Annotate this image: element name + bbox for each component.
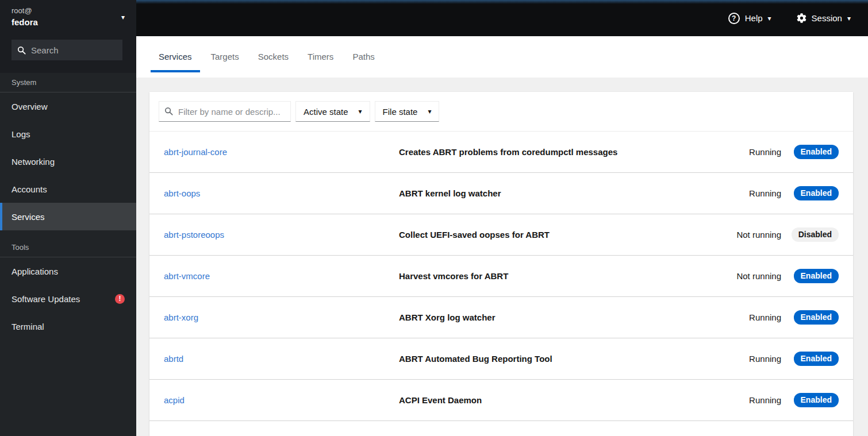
- service-description: ACPI Event Daemon: [399, 395, 695, 405]
- service-file-state-cell: Enabled: [792, 269, 839, 283]
- main-area: ? Help ▾ Session ▾ ServicesTargetsSocket…: [136, 0, 868, 436]
- service-active-state: Running: [695, 312, 781, 322]
- chevron-down-icon: ▾: [359, 108, 362, 115]
- table-row[interactable]: abrt-oopsABRT kernel log watcherRunningE…: [149, 173, 853, 214]
- chevron-down-icon: ▾: [768, 15, 771, 22]
- service-active-state: Running: [695, 395, 781, 405]
- service-link[interactable]: abrt-vmcore: [164, 271, 399, 281]
- tab-paths[interactable]: Paths: [344, 41, 382, 72]
- host-switcher[interactable]: root@ fedora ▾: [0, 0, 136, 29]
- service-file-state-cell: Enabled: [792, 310, 839, 324]
- tab-label: Paths: [352, 52, 374, 61]
- active-state-label: Active state: [304, 107, 348, 117]
- sidebar-item-accounts[interactable]: Accounts: [0, 175, 136, 203]
- service-file-state-cell: Enabled: [792, 186, 839, 200]
- sidebar-item-label: Networking: [11, 157, 55, 167]
- service-link[interactable]: abrt-pstoreoops: [164, 230, 399, 240]
- sidebar-item-label: Accounts: [11, 184, 47, 194]
- tab-label: Timers: [308, 52, 333, 61]
- search-input[interactable]: [11, 40, 122, 60]
- service-active-state: Running: [695, 188, 781, 198]
- search-icon: [17, 46, 26, 55]
- sidebar-item-label: Logs: [11, 129, 30, 139]
- sidebar-item-logs[interactable]: Logs: [0, 120, 136, 148]
- help-icon-glyph: ?: [732, 14, 736, 22]
- sidebar-item-applications[interactable]: Applications: [0, 257, 136, 285]
- host-name: fedora: [11, 16, 38, 29]
- app: root@ fedora ▾ SystemOverviewLogsNetwork…: [0, 0, 868, 436]
- sidebar-item-networking[interactable]: Networking: [0, 148, 136, 175]
- sidebar-item-label: Applications: [11, 267, 58, 276]
- tab-label: Services: [159, 52, 192, 61]
- chevron-down-icon: ▾: [847, 15, 851, 22]
- sidebar-search: [11, 40, 122, 60]
- services-card: Active state ▾ File state ▾ abrt-journal…: [149, 92, 853, 436]
- table-row[interactable]: abrt-xorgABRT Xorg log watcherRunningEna…: [149, 297, 853, 338]
- sidebar-item-label: Overview: [11, 102, 48, 111]
- service-file-state-badge: Enabled: [794, 145, 839, 159]
- content-area: Active state ▾ File state ▾ abrt-journal…: [136, 78, 868, 436]
- file-state-select[interactable]: File state ▾: [375, 101, 440, 122]
- tab-services[interactable]: Services: [151, 41, 200, 72]
- session-menu[interactable]: Session ▾: [797, 13, 851, 23]
- services-table: abrt-journal-coreCreates ABRT problems f…: [149, 132, 853, 421]
- tab-bar: ServicesTargetsSocketsTimersPaths: [136, 36, 868, 78]
- tab-label: Sockets: [258, 52, 289, 61]
- sidebar-item-software-updates[interactable]: Software Updates!: [0, 285, 136, 312]
- service-file-state-cell: Enabled: [792, 145, 839, 159]
- service-description: ABRT kernel log watcher: [399, 188, 695, 198]
- sidebar-header: root@ fedora ▾: [0, 0, 136, 73]
- service-file-state-cell: Disabled: [792, 227, 839, 241]
- sidebar-item-overview[interactable]: Overview: [0, 92, 136, 120]
- service-file-state-badge: Enabled: [794, 352, 839, 365]
- service-active-state: Running: [695, 147, 781, 157]
- service-link[interactable]: acpid: [164, 395, 399, 405]
- table-row[interactable]: acpidACPI Event DaemonRunningEnabled: [149, 380, 853, 421]
- nav-section-title: Tools: [0, 243, 136, 257]
- service-description: Creates ABRT problems from coredumpctl m…: [399, 147, 695, 157]
- service-link[interactable]: abrt-xorg: [164, 312, 399, 322]
- sidebar-item-label: Terminal: [11, 322, 44, 331]
- service-link[interactable]: abrt-journal-core: [164, 147, 399, 157]
- nav-section-system: SystemOverviewLogsNetworkingAccountsServ…: [0, 78, 136, 230]
- service-link[interactable]: abrtd: [164, 354, 399, 364]
- help-icon: ?: [728, 13, 740, 24]
- sidebar: root@ fedora ▾ SystemOverviewLogsNetwork…: [0, 0, 136, 436]
- gear-icon: [797, 13, 806, 23]
- sidebar-item-label: Services: [11, 212, 45, 222]
- sidebar-item-label: Software Updates: [11, 294, 80, 304]
- user-host-block: root@ fedora: [11, 6, 38, 29]
- table-row[interactable]: abrtdABRT Automated Bug Reporting ToolRu…: [149, 338, 853, 380]
- tab-sockets[interactable]: Sockets: [250, 41, 297, 72]
- active-state-select[interactable]: Active state ▾: [295, 101, 370, 122]
- help-menu[interactable]: ? Help ▾: [728, 13, 771, 24]
- table-row-partial: [149, 421, 853, 433]
- chevron-down-icon: ▾: [121, 14, 125, 21]
- table-row[interactable]: abrt-pstoreoopsCollect UEFI-saved oopses…: [149, 214, 853, 256]
- service-file-state-cell: Enabled: [792, 352, 839, 365]
- sidebar-item-services[interactable]: Services: [0, 203, 136, 230]
- filter-input[interactable]: [159, 101, 291, 122]
- logged-in-user: root@: [11, 6, 38, 16]
- tab-label: Targets: [211, 52, 239, 61]
- tab-timers[interactable]: Timers: [299, 41, 341, 72]
- service-link[interactable]: abrt-oops: [164, 188, 399, 198]
- table-row[interactable]: abrt-journal-coreCreates ABRT problems f…: [149, 132, 853, 173]
- service-description: Collect UEFI-saved oopses for ABRT: [399, 230, 695, 240]
- tab-targets[interactable]: Targets: [203, 41, 247, 72]
- service-file-state-cell: Enabled: [792, 393, 839, 407]
- nav-section-tools: ToolsApplicationsSoftware Updates!Termin…: [0, 243, 136, 340]
- search-icon: [164, 107, 173, 115]
- service-description: ABRT Automated Bug Reporting Tool: [399, 354, 695, 364]
- sidebar-nav: SystemOverviewLogsNetworkingAccountsServ…: [0, 73, 136, 436]
- session-label: Session: [812, 13, 842, 23]
- table-row[interactable]: abrt-vmcoreHarvest vmcores for ABRTNot r…: [149, 256, 853, 297]
- service-active-state: Not running: [695, 230, 781, 240]
- sidebar-item-terminal[interactable]: Terminal: [0, 312, 136, 340]
- masthead: ? Help ▾ Session ▾: [136, 0, 868, 36]
- service-file-state-badge: Enabled: [794, 269, 839, 283]
- service-file-state-badge: Enabled: [794, 393, 839, 407]
- service-description: ABRT Xorg log watcher: [399, 312, 695, 322]
- service-file-state-badge: Enabled: [794, 186, 839, 200]
- service-file-state-badge: Enabled: [794, 310, 839, 324]
